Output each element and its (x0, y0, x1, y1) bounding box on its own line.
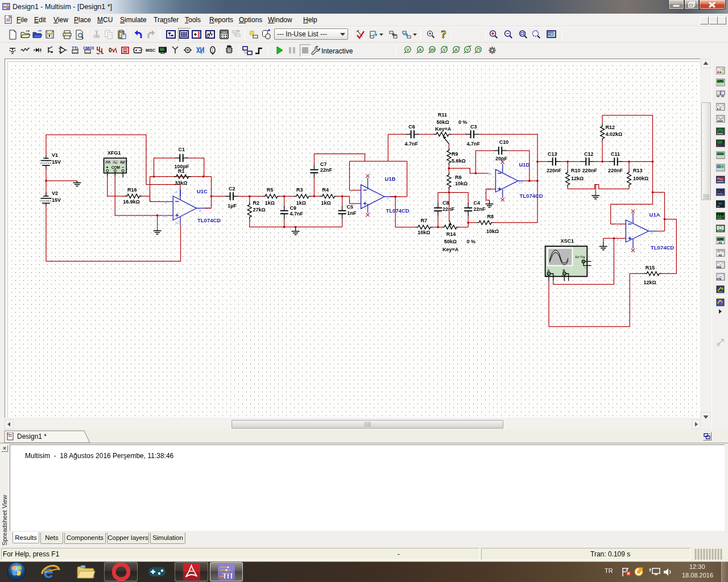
svg-text:R11: R11 (438, 112, 447, 118)
svg-text:MISC: MISC (146, 48, 155, 52)
svg-text:22nF: 22nF (474, 206, 486, 212)
svg-text:+: + (106, 165, 109, 170)
svg-text:7: 7 (387, 197, 389, 201)
svg-text:1kΩ: 1kΩ (296, 200, 306, 206)
svg-text:R2: R2 (253, 200, 260, 206)
svg-text:220nF: 220nF (582, 168, 598, 173)
svg-text:−: − (554, 275, 556, 277)
svg-text:?: ? (441, 29, 446, 40)
svg-text:C11: C11 (611, 151, 620, 157)
svg-text:+: + (561, 275, 563, 277)
svg-text:C3: C3 (470, 124, 477, 130)
svg-text:R15: R15 (646, 265, 655, 271)
svg-text:0 %: 0 % (458, 119, 468, 125)
svg-text::AG: :AG (717, 253, 722, 256)
svg-text:1µF: 1µF (228, 203, 237, 209)
svg-text:V: V (466, 47, 469, 52)
svg-text:−: − (569, 275, 571, 277)
svg-text:4.02kΩ: 4.02kΩ (605, 131, 622, 137)
svg-text:1010: 1010 (717, 153, 723, 155)
svg-text:4: 4 (175, 190, 177, 194)
svg-text:⊓: ⊓ (477, 47, 480, 52)
svg-text:12kΩ: 12kΩ (644, 280, 656, 285)
svg-text:11: 11 (175, 221, 179, 225)
svg-text:R14: R14 (446, 231, 456, 237)
svg-text:XFG1: XFG1 (107, 150, 121, 156)
svg-text:27kΩ: 27kΩ (253, 207, 266, 213)
svg-text:C2: C2 (229, 186, 235, 192)
svg-text:A: A (454, 47, 458, 52)
svg-text:CMOS: CMOS (83, 46, 94, 50)
svg-text:4.7nF: 4.7nF (405, 141, 419, 147)
svg-text:123: 123 (717, 140, 722, 143)
svg-text:R8: R8 (487, 214, 494, 219)
svg-text:R1: R1 (178, 168, 185, 174)
svg-text:C10: C10 (499, 139, 509, 145)
svg-text:C1: C1 (179, 147, 185, 152)
svg-text:v: v (112, 47, 115, 53)
svg-text:A: A (419, 47, 422, 52)
svg-text:C8: C8 (442, 200, 449, 206)
svg-text:15V: 15V (52, 159, 61, 165)
svg-text:4.7nF: 4.7nF (290, 211, 304, 217)
svg-text:U1D: U1D (519, 161, 530, 168)
svg-text:C9: C9 (290, 205, 297, 211)
svg-text:ni: ni (200, 51, 202, 55)
svg-text:Ext Trig: Ext Trig (576, 255, 585, 259)
svg-text:V2: V2 (52, 190, 58, 196)
svg-text:10kΩ: 10kΩ (455, 181, 468, 186)
svg-text:COM: COM (111, 165, 120, 169)
svg-text:R9: R9 (452, 151, 458, 157)
svg-text:C13: C13 (548, 151, 557, 157)
svg-text:33kΩ: 33kΩ (175, 180, 187, 186)
svg-text:XSC1: XSC1 (560, 238, 574, 244)
svg-text:.04: .04 (718, 202, 722, 205)
svg-text::AG: :AG (717, 242, 722, 244)
svg-text:13: 13 (488, 172, 492, 176)
svg-text:50kΩ: 50kΩ (444, 239, 457, 244)
svg-text:9: 9 (165, 201, 167, 204)
svg-text:10: 10 (162, 214, 166, 218)
svg-text:R5: R5 (267, 187, 274, 193)
svg-text:R6: R6 (455, 174, 462, 180)
svg-text:15V: 15V (52, 197, 61, 203)
svg-text:A: A (548, 269, 550, 272)
svg-text:V: V (442, 47, 446, 52)
svg-text:22nF: 22nF (320, 167, 333, 173)
svg-text:C6: C6 (408, 124, 415, 130)
svg-text:#TK: #TK (717, 278, 721, 281)
svg-text:U1C: U1C (197, 188, 208, 194)
svg-text:22nF: 22nF (442, 206, 455, 212)
svg-text:−: − (585, 266, 586, 269)
svg-text:0 %: 0 % (467, 239, 476, 244)
svg-text:TL074CD: TL074CD (651, 244, 674, 251)
svg-text:W: W (430, 47, 435, 52)
svg-text:R10: R10 (571, 168, 581, 173)
svg-text:−: − (122, 165, 125, 170)
svg-text:B: B (563, 269, 565, 272)
svg-text:4.7nF: 4.7nF (467, 141, 481, 147)
svg-text:1kΩ: 1kΩ (265, 200, 275, 206)
svg-text:50kΩ: 50kΩ (436, 119, 449, 125)
svg-text:+: + (586, 257, 588, 261)
svg-text:U1B: U1B (385, 176, 396, 182)
svg-text:Key=A: Key=A (442, 247, 459, 252)
svg-text:U1A: U1A (650, 211, 660, 218)
svg-text:+: + (546, 275, 548, 277)
svg-text:10kΩ: 10kΩ (417, 230, 430, 235)
svg-text:12kΩ: 12kΩ (571, 176, 584, 181)
svg-text:100kΩ: 100kΩ (633, 176, 648, 181)
svg-text:16.9kΩ: 16.9kΩ (123, 199, 140, 205)
svg-text:1nF: 1nF (348, 210, 357, 216)
svg-text:#AG: #AG (717, 265, 721, 268)
svg-text:TL074CD: TL074CD (386, 207, 410, 214)
svg-text:C4: C4 (474, 200, 481, 206)
svg-text:TL074CD: TL074CD (197, 217, 221, 223)
svg-text:R16: R16 (127, 187, 137, 193)
svg-text:TTL: TTL (72, 46, 80, 50)
svg-text:220nF: 220nF (547, 168, 562, 173)
svg-text:1: 1 (651, 231, 653, 235)
svg-text:R13: R13 (633, 168, 643, 173)
svg-text:14: 14 (519, 181, 523, 184)
svg-text:V1: V1 (52, 152, 58, 158)
